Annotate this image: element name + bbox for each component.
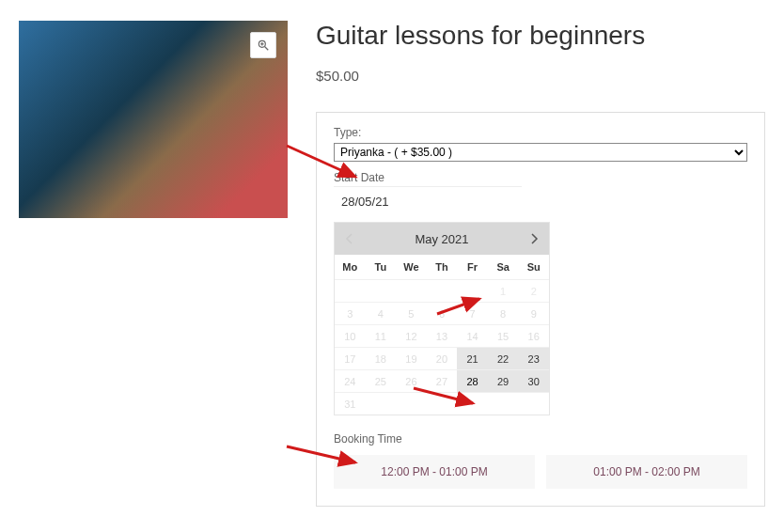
calendar-day: 5 bbox=[396, 302, 427, 324]
calendar-day bbox=[335, 279, 366, 302]
calendar-day: 24 bbox=[335, 369, 366, 392]
zoom-button[interactable] bbox=[250, 32, 276, 58]
product-image bbox=[19, 21, 288, 218]
calendar-month-title: May 2021 bbox=[359, 232, 525, 246]
calendar-day: 31 bbox=[335, 392, 366, 415]
calendar-day: 26 bbox=[396, 369, 427, 392]
booking-time-label: Booking Time bbox=[334, 432, 747, 446]
calendar-day[interactable]: 29 bbox=[488, 369, 519, 392]
start-date-label: Start Date bbox=[334, 171, 522, 187]
calendar-day bbox=[457, 392, 488, 415]
calendar-day: 10 bbox=[335, 324, 366, 347]
calendar-day: 13 bbox=[427, 324, 458, 347]
svg-line-1 bbox=[265, 47, 269, 51]
calendar-day: 9 bbox=[518, 302, 549, 324]
calendar-header: May 2021 bbox=[335, 223, 549, 255]
calendar-day: 19 bbox=[396, 347, 427, 369]
calendar-day: 6 bbox=[427, 302, 458, 324]
calendar-next-button[interactable] bbox=[525, 229, 543, 248]
calendar-dow: Mo bbox=[335, 255, 366, 279]
calendar-day: 3 bbox=[335, 302, 366, 324]
calendar-dow-row: MoTuWeThFrSaSu bbox=[335, 255, 549, 279]
calendar-day[interactable]: 22 bbox=[488, 347, 519, 369]
calendar-day: 15 bbox=[488, 324, 519, 347]
calendar-day: 4 bbox=[366, 302, 397, 324]
calendar-day: 27 bbox=[427, 369, 458, 392]
calendar-day bbox=[427, 392, 458, 415]
calendar-dow: Fr bbox=[457, 255, 488, 279]
calendar-day: 25 bbox=[366, 369, 397, 392]
type-label: Type: bbox=[334, 126, 747, 139]
calendar-day bbox=[518, 392, 549, 415]
calendar-day: 8 bbox=[488, 302, 519, 324]
product-title: Guitar lessons for beginners bbox=[316, 21, 765, 51]
calendar-day: 16 bbox=[518, 324, 549, 347]
chevron-right-icon bbox=[529, 233, 539, 244]
calendar: May 2021 MoTuWeThFrSaSu 1234567891011121… bbox=[334, 222, 550, 415]
time-slots: 12:00 PM - 01:00 PM 01:00 PM - 02:00 PM bbox=[334, 455, 747, 489]
calendar-day: 20 bbox=[427, 347, 458, 369]
calendar-day bbox=[396, 279, 427, 302]
calendar-dow: Tu bbox=[366, 255, 397, 279]
calendar-day: 11 bbox=[366, 324, 397, 347]
calendar-prev-button bbox=[340, 229, 359, 248]
type-select[interactable]: Priyanka - ( + $35.00 ) bbox=[334, 143, 747, 162]
zoom-icon bbox=[257, 39, 270, 52]
calendar-day: 17 bbox=[335, 347, 366, 369]
start-date-value[interactable]: 28/05/21 bbox=[334, 195, 747, 209]
calendar-day[interactable]: 30 bbox=[518, 369, 549, 392]
calendar-day bbox=[457, 279, 488, 302]
calendar-day bbox=[396, 392, 427, 415]
time-slot[interactable]: 01:00 PM - 02:00 PM bbox=[546, 455, 747, 489]
calendar-dow: Su bbox=[518, 255, 549, 279]
calendar-day[interactable]: 23 bbox=[518, 347, 549, 369]
calendar-dow: Sa bbox=[488, 255, 519, 279]
calendar-day bbox=[366, 279, 397, 302]
calendar-day: 14 bbox=[457, 324, 488, 347]
calendar-day: 18 bbox=[366, 347, 397, 369]
calendar-day: 1 bbox=[488, 279, 519, 302]
calendar-body: 1234567891011121314151617181920212223242… bbox=[335, 279, 549, 415]
calendar-dow: We bbox=[396, 255, 427, 279]
calendar-day bbox=[488, 392, 519, 415]
time-slot[interactable]: 12:00 PM - 01:00 PM bbox=[334, 455, 535, 489]
chevron-left-icon bbox=[345, 233, 354, 244]
calendar-day: 2 bbox=[518, 279, 549, 302]
calendar-dow: Th bbox=[427, 255, 458, 279]
product-price: $50.00 bbox=[316, 68, 765, 84]
calendar-day bbox=[366, 392, 397, 415]
calendar-day-selected[interactable]: 28 bbox=[457, 369, 488, 392]
calendar-day[interactable]: 21 bbox=[457, 347, 488, 369]
booking-form: Type: Priyanka - ( + $35.00 ) Start Date… bbox=[316, 112, 765, 507]
calendar-day bbox=[427, 279, 458, 302]
calendar-day: 12 bbox=[396, 324, 427, 347]
calendar-day: 7 bbox=[457, 302, 488, 324]
product-photo bbox=[19, 21, 288, 218]
